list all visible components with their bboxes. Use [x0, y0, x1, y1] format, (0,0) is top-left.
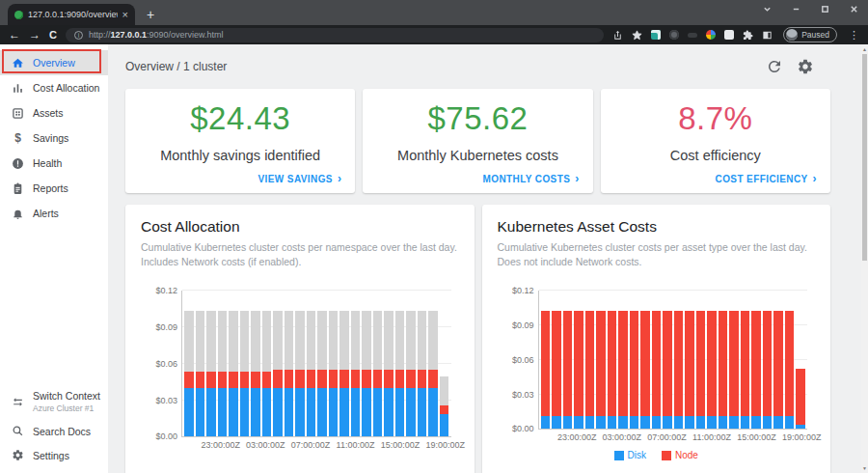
stacked-bar[interactable]: [295, 291, 305, 436]
sidebar-item-search-docs[interactable]: Search Docs: [0, 419, 108, 443]
stacked-bar[interactable]: [541, 291, 551, 429]
stacked-bar[interactable]: [763, 291, 773, 429]
vertical-scrollbar[interactable]: ▲ ▼: [861, 44, 868, 473]
profile-paused-pill[interactable]: Paused: [783, 27, 837, 42]
stacked-bar[interactable]: [428, 291, 438, 436]
reload-icon[interactable]: C: [49, 30, 57, 41]
stacked-bar[interactable]: [751, 291, 761, 429]
stacked-bar[interactable]: [674, 291, 684, 429]
stacked-bar[interactable]: [362, 291, 371, 436]
sidebar-item-overview[interactable]: Overview: [0, 50, 108, 75]
stacked-bar[interactable]: [741, 291, 750, 429]
bar-segment-Disk: [685, 416, 694, 429]
stacked-bar[interactable]: [729, 291, 739, 429]
stacked-bar[interactable]: [240, 291, 250, 436]
bar-segment-Node: [652, 311, 662, 417]
window-minimize-icon[interactable]: [792, 5, 800, 14]
refresh-icon[interactable]: [766, 58, 783, 75]
sidebar-item-assets[interactable]: Assets: [0, 100, 108, 125]
browser-menu-icon[interactable]: ⋮: [849, 29, 859, 42]
stacked-bar[interactable]: [552, 291, 561, 429]
scroll-up-icon[interactable]: ▲: [861, 46, 868, 52]
extension-icon[interactable]: [669, 30, 679, 40]
stacked-bar[interactable]: [273, 291, 283, 436]
stacked-bar[interactable]: [796, 291, 805, 429]
stacked-bar[interactable]: [373, 291, 383, 436]
extensions-puzzle-icon[interactable]: [743, 30, 753, 41]
stacked-bar[interactable]: [773, 291, 783, 429]
window-maximize-icon[interactable]: [821, 5, 829, 14]
stacked-bar[interactable]: [618, 291, 628, 429]
stacked-bar[interactable]: [719, 291, 728, 429]
stacked-bar[interactable]: [395, 291, 405, 436]
extension-icon[interactable]: [706, 30, 716, 40]
x-axis-tick-label: 03:00:00Z: [603, 432, 642, 442]
cost-efficiency-link[interactable]: COST EFFICIENCY›: [716, 173, 817, 184]
sidebar-item-settings[interactable]: Settings: [0, 443, 108, 467]
site-info-icon[interactable]: i: [74, 31, 83, 40]
stacked-bar[interactable]: [351, 291, 361, 436]
stacked-bar[interactable]: [218, 291, 228, 436]
window-close-icon[interactable]: [850, 5, 858, 14]
sidebar-item-cost-allocation[interactable]: Cost Allocation: [0, 75, 108, 100]
legend-item-Disk[interactable]: Disk: [614, 450, 646, 460]
monthly-costs-link[interactable]: MONTHLY COSTS›: [482, 173, 579, 184]
address-bar[interactable]: i http://127.0.0.1:9090/overview.html: [66, 28, 604, 42]
sidebar-item-alerts[interactable]: Alerts: [0, 201, 108, 226]
stacked-bar[interactable]: [229, 291, 238, 436]
extension-icon[interactable]: [724, 30, 734, 40]
browser-tab[interactable]: 127.0.0.1:9090/overview.html ×: [8, 4, 135, 25]
bar-segment-Disk: [652, 416, 662, 429]
stacked-bar[interactable]: [329, 291, 339, 436]
sidebar-item-savings[interactable]: $ Savings: [0, 125, 108, 151]
stacked-bar[interactable]: [707, 291, 717, 429]
stacked-bar[interactable]: [440, 291, 449, 436]
view-savings-link[interactable]: VIEW SAVINGS›: [258, 173, 342, 184]
bookmark-star-icon[interactable]: [632, 30, 642, 41]
settings-gear-icon[interactable]: [797, 58, 814, 75]
stacked-bar[interactable]: [563, 291, 573, 429]
stacked-bar[interactable]: [608, 291, 617, 429]
stacked-bar[interactable]: [418, 291, 427, 436]
stacked-bar[interactable]: [640, 291, 650, 429]
stacked-bar[interactable]: [206, 291, 216, 436]
new-tab-button[interactable]: +: [147, 8, 154, 21]
sidebar-item-reports[interactable]: Reports: [0, 176, 108, 201]
stacked-bar[interactable]: [285, 291, 294, 436]
stacked-bar[interactable]: [596, 291, 606, 429]
back-icon[interactable]: ←: [9, 29, 20, 41]
stacked-bar[interactable]: [663, 291, 672, 429]
stacked-bar[interactable]: [317, 291, 327, 436]
stacked-bar[interactable]: [685, 291, 694, 429]
share-icon[interactable]: [612, 30, 623, 41]
stacked-bar[interactable]: [262, 291, 272, 436]
stacked-bar[interactable]: [696, 291, 706, 429]
extension-icon[interactable]: [688, 33, 697, 38]
bar-segment-red: [428, 370, 438, 388]
stacked-bar[interactable]: [630, 291, 639, 429]
forward-icon[interactable]: →: [29, 29, 41, 41]
bar-segment-blue: [362, 388, 371, 436]
stacked-bar[interactable]: [184, 291, 194, 436]
bar-segment-Node: [563, 311, 573, 417]
extension-icon[interactable]: [651, 30, 661, 40]
stacked-bar[interactable]: [196, 291, 205, 436]
stacked-bar[interactable]: [652, 291, 662, 429]
scroll-down-icon[interactable]: ▼: [861, 465, 868, 471]
legend-item-Node[interactable]: Node: [662, 450, 698, 460]
stacked-bar[interactable]: [574, 291, 583, 429]
sidebar-item-health[interactable]: Health: [0, 151, 108, 176]
tab-search-chevron-icon[interactable]: [763, 5, 772, 14]
stacked-bar[interactable]: [251, 291, 260, 436]
stacked-bar[interactable]: [785, 291, 795, 429]
scrollbar-thumb[interactable]: [862, 54, 867, 261]
stacked-bar[interactable]: [339, 291, 349, 436]
stacked-bar[interactable]: [307, 291, 316, 436]
stacked-bar[interactable]: [585, 291, 595, 429]
stacked-bar[interactable]: [406, 291, 416, 436]
stacked-bar[interactable]: [384, 291, 393, 436]
bar-segment-gray: [251, 311, 260, 372]
tab-close-icon[interactable]: ×: [122, 10, 128, 20]
sidebar-item-switch-context[interactable]: Switch Context Azure Cluster #1: [0, 384, 108, 419]
side-panel-icon[interactable]: [762, 30, 773, 41]
